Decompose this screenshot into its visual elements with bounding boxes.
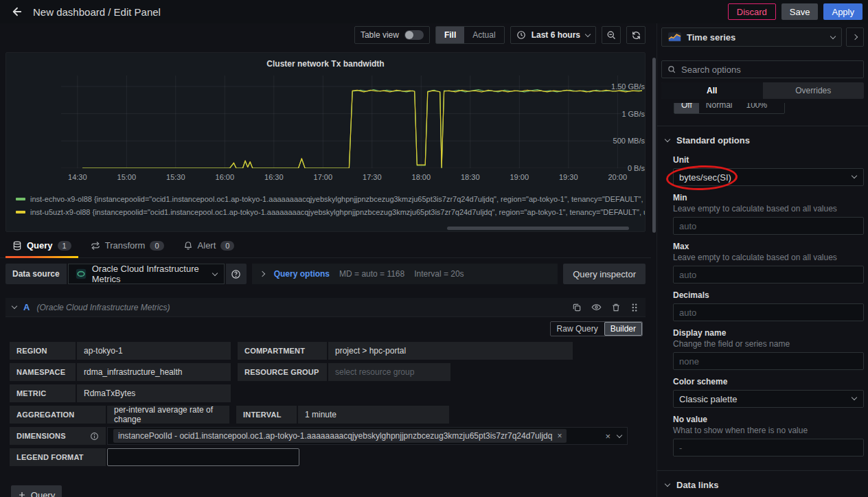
filter-tab-overrides[interactable]: Overrides xyxy=(763,82,865,99)
display-name-input[interactable] xyxy=(673,352,864,370)
refresh-button[interactable] xyxy=(626,26,646,44)
table-view-toggle[interactable]: Table view xyxy=(354,26,430,44)
query-datasource-hint: (Oracle Cloud Infrastructure Metrics) xyxy=(36,303,565,312)
min-help-text: Leave empty to calculate based on all va… xyxy=(673,204,864,213)
min-label: Min xyxy=(673,193,864,203)
datasource-help-button[interactable] xyxy=(226,264,247,284)
legend-item[interactable]: inst-u5uzt-x9-ol88 {instancepoolid="ocid… xyxy=(16,205,645,218)
duplicate-query-icon[interactable] xyxy=(572,302,582,312)
options-search-box[interactable] xyxy=(661,60,864,78)
chip-remove-icon[interactable]: × xyxy=(557,431,562,441)
table-view-switch[interactable] xyxy=(404,30,424,40)
builder-option[interactable]: Builder xyxy=(604,322,642,336)
apply-button[interactable]: Apply xyxy=(823,3,863,20)
legend-label: inst-u5uzt-x9-ol88 {instancepoolid="ocid… xyxy=(30,208,645,216)
namespace-label: NAMESPACE xyxy=(10,363,76,381)
max-input[interactable] xyxy=(673,266,864,284)
tab-query[interactable]: Query 1 xyxy=(5,233,78,258)
chart-title: Cluster network Tx bandwidth xyxy=(6,53,645,69)
standard-options-section-header[interactable]: Standard options xyxy=(657,126,868,148)
tab-alert-label: Alert xyxy=(198,240,216,251)
no-value-label: No value xyxy=(673,415,864,424)
chevron-right-icon xyxy=(259,271,264,277)
aggregation-select[interactable]: per-interval average rate of change xyxy=(107,406,229,424)
unit-label: Unit xyxy=(673,155,864,165)
namespace-select[interactable]: rdma_infrastructure_health xyxy=(77,363,231,381)
display-name-label: Display name xyxy=(673,328,864,338)
info-circle-icon[interactable] xyxy=(90,432,99,441)
chevron-down-icon xyxy=(665,481,670,487)
time-series-chart[interactable] xyxy=(61,76,642,168)
oracle-datasource-icon xyxy=(76,268,87,279)
save-button[interactable]: Save xyxy=(781,3,819,20)
resource-group-label: RESOURCE GROUP xyxy=(238,363,327,381)
max-help-text: Leave empty to calculate based on all va… xyxy=(673,253,864,262)
min-input[interactable] xyxy=(673,217,864,235)
scrollbar-thumb[interactable] xyxy=(652,58,656,233)
query-header-row[interactable]: A (Oracle Cloud Infrastructure Metrics) xyxy=(5,298,646,317)
region-label: REGION xyxy=(10,342,76,360)
decimals-input[interactable] xyxy=(673,303,864,321)
query-ref-id: A xyxy=(23,302,30,312)
delete-query-trash-icon[interactable] xyxy=(611,302,621,312)
drag-handle-icon[interactable] xyxy=(630,302,639,312)
discard-button[interactable]: Discard xyxy=(728,3,776,20)
options-scrollbar[interactable] xyxy=(651,23,656,497)
resource-group-select[interactable]: select resource group xyxy=(328,363,450,381)
metric-label: METRIC xyxy=(10,384,76,402)
query-options-link[interactable]: Query options xyxy=(274,269,330,279)
clipped-option-off[interactable]: Off xyxy=(674,103,699,113)
zoom-out-button[interactable] xyxy=(602,26,621,44)
chevron-down-icon xyxy=(852,395,857,400)
chart-plot-area[interactable]: 0 B/s500 MB/s1 GB/s1.50 GB/s 14:3015:001… xyxy=(6,69,645,191)
tab-alert[interactable]: Alert 0 xyxy=(176,233,242,258)
time-range-picker[interactable]: Last 6 hours xyxy=(510,26,596,44)
filter-tab-all[interactable]: All xyxy=(661,82,763,99)
x-tick-label: 15:30 xyxy=(161,173,191,181)
compartment-select[interactable]: project > hpc-portal xyxy=(328,342,573,360)
x-tick-label: 17:00 xyxy=(308,173,338,181)
dimensions-multiselect[interactable]: instancePoolId - ocid1.instancepool.oc1.… xyxy=(107,427,628,445)
legend-item[interactable]: inst-echvo-x9-ol88 {instancepoolid="ocid… xyxy=(16,192,645,205)
plus-icon xyxy=(18,491,26,497)
color-scheme-select[interactable]: Classic palette xyxy=(673,390,864,408)
unit-select[interactable]: bytes/sec(SI) xyxy=(673,168,864,186)
chevron-down-icon xyxy=(830,33,836,38)
clock-icon xyxy=(516,30,526,40)
options-search-input[interactable] xyxy=(681,65,858,75)
compartment-label: COMPARTMENT xyxy=(238,342,327,360)
region-select[interactable]: ap-tokyo-1 xyxy=(77,342,231,360)
chart-legend: inst-echvo-x9-ol88 {instancepoolid="ocid… xyxy=(6,191,645,218)
max-data-points-stat: MD = auto = 1168 xyxy=(339,269,404,279)
no-value-help-text: What to show when there is no value xyxy=(673,426,864,435)
collapse-chevron-icon[interactable] xyxy=(12,303,17,309)
chevron-down-icon xyxy=(585,31,591,36)
fill-option[interactable]: Fill xyxy=(436,27,464,43)
tab-transform[interactable]: Transform 0 xyxy=(84,233,171,258)
hide-response-eye-icon[interactable] xyxy=(591,302,602,312)
data-links-section-header[interactable]: Data links xyxy=(657,471,868,493)
max-label: Max xyxy=(673,242,864,251)
add-query-button[interactable]: Query xyxy=(11,485,62,497)
datasource-select[interactable]: Oracle Cloud Infrastructure Metrics xyxy=(68,264,225,284)
metric-select[interactable]: RdmaTxBytes xyxy=(77,384,231,402)
clear-all-icon[interactable]: × xyxy=(605,431,610,441)
actual-option[interactable]: Actual xyxy=(464,27,503,43)
back-arrow-icon[interactable] xyxy=(5,0,29,23)
collapse-options-button[interactable] xyxy=(846,27,864,47)
dimensions-label-box: DIMENSIONS xyxy=(10,427,106,445)
legend-format-input[interactable] xyxy=(107,448,299,466)
clipped-option-normal[interactable]: Normal xyxy=(699,103,740,113)
visualization-picker[interactable]: Time series xyxy=(661,27,842,47)
interval-select[interactable]: 1 minute xyxy=(298,406,449,424)
no-value-input[interactable] xyxy=(673,439,864,456)
color-scheme-label: Color scheme xyxy=(673,377,864,386)
x-tick-label: 18:30 xyxy=(455,173,486,181)
clipped-option-100[interactable]: 100% xyxy=(739,103,774,113)
raw-query-option[interactable]: Raw Query xyxy=(551,322,604,336)
editor-tabs: Query 1 Transform 0 Alert 0 xyxy=(0,233,651,258)
horizontal-scrollbar[interactable] xyxy=(447,227,629,230)
query-editor-card: A (Oracle Cloud Infrastructure Metrics) xyxy=(5,298,646,497)
x-tick-label: 14:30 xyxy=(62,173,93,181)
query-inspector-button[interactable]: Query inspector xyxy=(563,264,646,284)
